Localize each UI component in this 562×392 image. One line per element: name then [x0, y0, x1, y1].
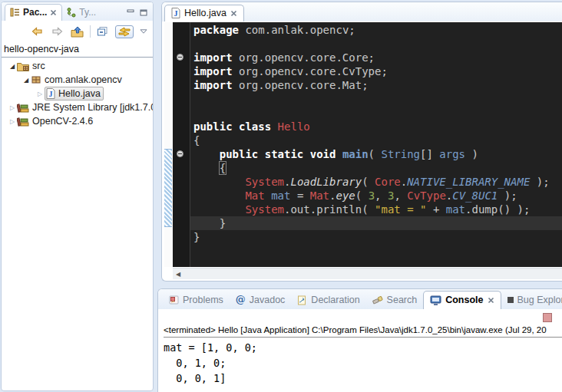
tab-bug-explorer[interactable]: Bug Explorer [501, 292, 562, 309]
java-file-icon: J [46, 88, 55, 99]
gutter-line[interactable] [173, 37, 190, 51]
tab-declaration[interactable]: Declaration [291, 292, 365, 309]
tab-package-explorer[interactable]: Pac... [5, 4, 62, 21]
gutter-line[interactable] [173, 78, 190, 92]
code-line[interactable]: { [190, 133, 562, 147]
gutter-line[interactable] [173, 64, 190, 78]
code-line[interactable]: import org.opencv.core.CvType; [190, 64, 562, 78]
code-line[interactable]: System.LoadLibrary( Core.NATIVE_LIBRARY_… [190, 175, 562, 189]
terminate-icon[interactable] [543, 313, 552, 322]
minimize-icon[interactable] [127, 9, 134, 16]
eclipse-workbench: Pac... Ty... hello-opencv-java ◢src◢com.… [0, 0, 562, 392]
search-icon [372, 295, 383, 305]
panel-window-buttons [127, 9, 153, 21]
gutter-line[interactable] [173, 203, 190, 216]
gutter-line[interactable] [173, 230, 190, 244]
package-explorer-icon [10, 8, 20, 17]
collapse-arrow-icon[interactable]: ◢ [8, 63, 17, 70]
javadoc-icon: @ [236, 295, 246, 305]
expand-arrow-icon[interactable]: ▷ [8, 104, 17, 111]
gutter-line[interactable] [173, 23, 190, 37]
code-editor[interactable]: package com.anlak.opencv;import org.open… [190, 22, 562, 267]
gutter-line[interactable] [173, 133, 190, 147]
close-icon[interactable] [488, 297, 494, 304]
gutter-line[interactable] [173, 120, 190, 133]
code-line[interactable]: Mat mat = Mat.eye( 3, 3, CvType.CV_8UC1 … [190, 189, 562, 203]
tree-item-com-anlak-opencv[interactable]: ◢com.anlak.opencv [2, 73, 153, 87]
tree-item-hello-java[interactable]: ▷JHello.java [2, 87, 153, 100]
bottom-tabbar: Problems@JavadocDeclarationSearchConsole… [158, 289, 562, 309]
code-line[interactable] [190, 106, 562, 120]
back-icon[interactable] [30, 25, 45, 38]
code-line[interactable]: package com.anlak.opencv; [190, 23, 562, 37]
code-line[interactable]: } [190, 216, 562, 230]
fold-collapse-icon[interactable] [177, 54, 183, 61]
editor-area: J Hello.java package com.anlak.opencv;im… [161, 2, 562, 282]
editor-tab-hello-java[interactable]: J Hello.java [164, 5, 244, 21]
annotation-ruler[interactable] [164, 22, 173, 267]
tree-item-label: src [32, 61, 45, 71]
close-icon[interactable] [50, 9, 57, 16]
view-tabbar: Pac... Ty... [2, 2, 153, 21]
expand-arrow-icon[interactable]: ▷ [8, 118, 17, 125]
expand-arrow-icon[interactable]: ▷ [35, 91, 45, 97]
code-line[interactable] [190, 37, 562, 51]
code-line[interactable]: import org.opencv.core.Core; [190, 51, 562, 64]
gutter-line[interactable] [173, 147, 190, 161]
forward-icon[interactable] [50, 25, 64, 38]
collapse-arrow-icon[interactable]: ◢ [21, 77, 31, 84]
gutter-line[interactable] [173, 216, 190, 230]
library-icon [17, 103, 29, 113]
fold-collapse-icon[interactable] [177, 150, 183, 157]
selected-tree-item: JHello.java [45, 87, 104, 100]
bug-icon [507, 297, 514, 303]
maximize-icon[interactable] [140, 9, 147, 16]
tree-item-label: OpenCV-2.4.6 [32, 116, 93, 127]
folding-gutter[interactable] [173, 22, 190, 267]
java-file-icon: J [171, 8, 180, 18]
console-status-line: <terminated> Hello [Java Application] C:… [164, 325, 562, 338]
bottom-view-stack: Problems@JavadocDeclarationSearchConsole… [157, 288, 562, 392]
tree-item-label: com.anlak.opencv [45, 74, 122, 85]
tab-search[interactable]: Search [366, 292, 424, 309]
close-icon[interactable] [230, 10, 237, 17]
method-range-indicator [164, 149, 172, 227]
tab-console[interactable]: Console [423, 291, 501, 309]
svg-text:J: J [174, 9, 177, 18]
code-line[interactable]: { [190, 161, 562, 175]
console-icon [430, 295, 441, 305]
package-folder-icon [17, 61, 29, 71]
code-line[interactable] [190, 92, 562, 106]
gutter-line[interactable] [173, 51, 190, 64]
tree-item-src[interactable]: ◢src [2, 59, 153, 73]
package-explorer-toolbar [2, 21, 153, 42]
code-line[interactable]: public static void main( String[] args ) [190, 147, 562, 161]
tree-item-jre-system-library-jdk1-7-0[interactable]: ▷JRE System Library [jdk1.7.0 [2, 100, 153, 114]
gutter-line[interactable] [173, 106, 190, 120]
gutter-line[interactable] [173, 175, 190, 189]
code-line[interactable]: import org.opencv.core.Mat; [190, 78, 562, 92]
view-menu-icon[interactable] [139, 28, 148, 35]
project-root-label[interactable]: hello-opencv-java [2, 42, 153, 58]
tree-item-opencv-2-4-6[interactable]: ▷OpenCV-2.4.6 [2, 114, 153, 128]
code-line[interactable]: public class Hello [190, 120, 562, 133]
link-with-editor-icon[interactable] [115, 25, 134, 38]
gutter-line[interactable] [173, 161, 190, 175]
up-icon[interactable] [70, 25, 84, 38]
gutter-line[interactable] [173, 92, 190, 106]
tab-label: Console [445, 295, 483, 305]
scroll-left-icon[interactable]: ◀ [173, 271, 180, 278]
code-line[interactable]: System.out.println( "mat = " + mat.dump(… [190, 203, 562, 216]
tab-problems[interactable]: Problems [163, 292, 230, 309]
svg-text:J: J [48, 90, 52, 98]
editor-tabbar: J Hello.java [162, 2, 562, 21]
editor-body: package com.anlak.opencv;import org.open… [164, 22, 562, 267]
collapse-all-icon[interactable] [96, 25, 110, 38]
tab-type-hierarchy[interactable]: Ty... [62, 5, 101, 21]
tab-label: Ty... [79, 7, 96, 18]
tab-javadoc[interactable]: @Javadoc [230, 292, 292, 309]
editor-tab-label: Hello.java [184, 8, 226, 18]
code-line[interactable]: } [190, 230, 562, 244]
editor-horizontal-scrollbar[interactable]: ◀ [173, 268, 562, 279]
gutter-line[interactable] [173, 189, 190, 203]
